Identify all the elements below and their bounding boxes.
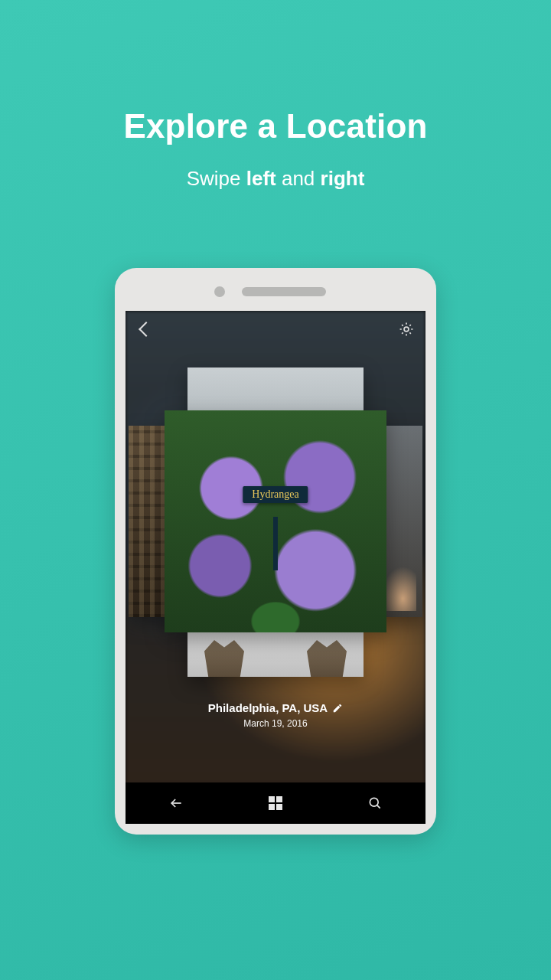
svg-point-1	[370, 798, 379, 806]
photo-card-current[interactable]: Hydrangea	[165, 410, 386, 632]
date-text: March 19, 2016	[126, 718, 425, 729]
plant-sign-post	[273, 517, 278, 570]
hero-title: Explore a Location	[0, 107, 551, 145]
hero-sub-mid: and	[276, 167, 321, 190]
hero-subtitle: Swipe left and right	[0, 167, 551, 191]
device-frame: Hydrangea Philadelphia, PA, USA March 19…	[115, 268, 436, 835]
app-topbar	[126, 311, 425, 348]
photo-meta: Philadelphia, PA, USA March 19, 2016	[126, 701, 425, 729]
edit-icon[interactable]	[332, 703, 343, 714]
promo-hero: Explore a Location Swipe left and right	[0, 0, 551, 191]
device-earpiece	[242, 287, 326, 296]
plant-sign-label: Hydrangea	[243, 486, 308, 503]
back-icon[interactable]	[139, 322, 154, 337]
svg-point-0	[404, 327, 409, 332]
hero-sub-right: right	[321, 167, 365, 190]
hero-sub-left: left	[246, 167, 276, 190]
nav-back-icon[interactable]	[168, 795, 184, 811]
device-camera	[214, 286, 225, 297]
location-text: Philadelphia, PA, USA	[208, 701, 328, 714]
system-navbar	[126, 782, 425, 824]
settings-icon[interactable]	[398, 321, 415, 338]
device-screen: Hydrangea Philadelphia, PA, USA March 19…	[126, 311, 425, 824]
nav-search-icon[interactable]	[367, 795, 383, 811]
nav-start-icon[interactable]	[269, 796, 282, 810]
hero-sub-pre: Swipe	[187, 167, 246, 190]
